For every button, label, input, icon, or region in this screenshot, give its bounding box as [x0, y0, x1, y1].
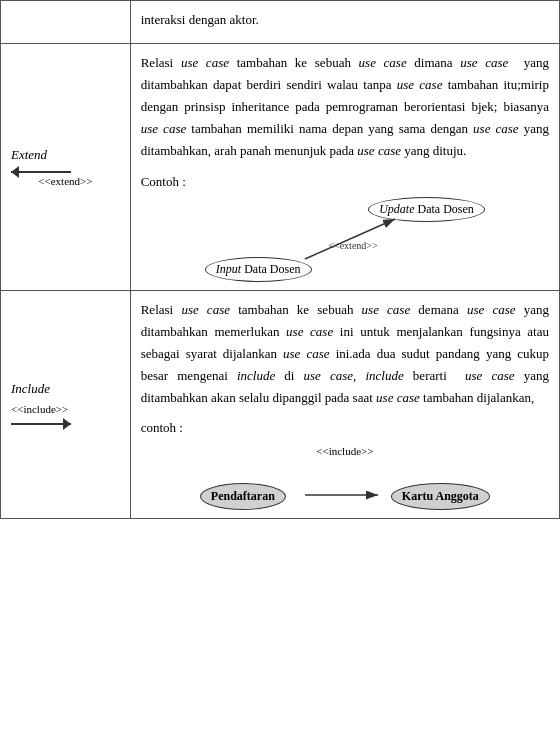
- include-stereotype-above: <<include>>: [316, 445, 373, 457]
- include-stereotype-label: <<include>>: [11, 403, 120, 415]
- top-right-cell: interaksi dengan aktor.: [130, 1, 559, 44]
- svg-line-1: [305, 219, 395, 259]
- svg-text:<<extend>>: <<extend>>: [328, 240, 378, 251]
- extend-description: Relasi use case tambahan ke sebuah use c…: [141, 52, 549, 162]
- extend-arrow-line: [11, 171, 71, 173]
- extend-left-col: Extend <<extend>>: [1, 44, 131, 291]
- extend-label: Extend: [11, 147, 120, 163]
- include-arrow-right: [11, 423, 120, 425]
- include-contoh: contoh :: [141, 417, 549, 439]
- include-arrow-line: [11, 423, 71, 425]
- include-diagram: <<include>> Pendaftaran Kartu Anggota: [200, 445, 490, 510]
- kartu-anggota-ellipse: Kartu Anggota: [391, 483, 490, 510]
- extend-stereotype-label: <<extend>>: [11, 175, 120, 187]
- include-description: Relasi use case tambahan ke sebuah use c…: [141, 299, 549, 409]
- update-dosen-ellipse: Update Data Dosen: [368, 197, 485, 222]
- include-right-col: Relasi use case tambahan ke sebuah use c…: [130, 290, 559, 519]
- include-row: Include <<include>> Relasi use case tamb…: [1, 290, 560, 519]
- include-label: Include: [11, 381, 120, 397]
- extend-diagram: Update Data Dosen Input Data Dosen <<ext…: [205, 197, 485, 282]
- input-dosen-ellipse: Input Data Dosen: [205, 257, 312, 282]
- include-left-col: Include <<include>>: [1, 290, 131, 519]
- input-text-italic: Input: [216, 262, 241, 276]
- update-text-italic: Update: [379, 202, 414, 216]
- intro-text: interaksi dengan aktor.: [141, 9, 549, 31]
- top-left-cell: [1, 1, 131, 44]
- extend-contoh: Contoh :: [141, 171, 549, 193]
- pendaftaran-ellipse: Pendaftaran: [200, 483, 286, 510]
- extend-arrow-left: [11, 171, 120, 173]
- extend-right-col: Relasi use case tambahan ke sebuah use c…: [130, 44, 559, 291]
- extend-row: Extend <<extend>> Relasi use case tambah…: [1, 44, 560, 291]
